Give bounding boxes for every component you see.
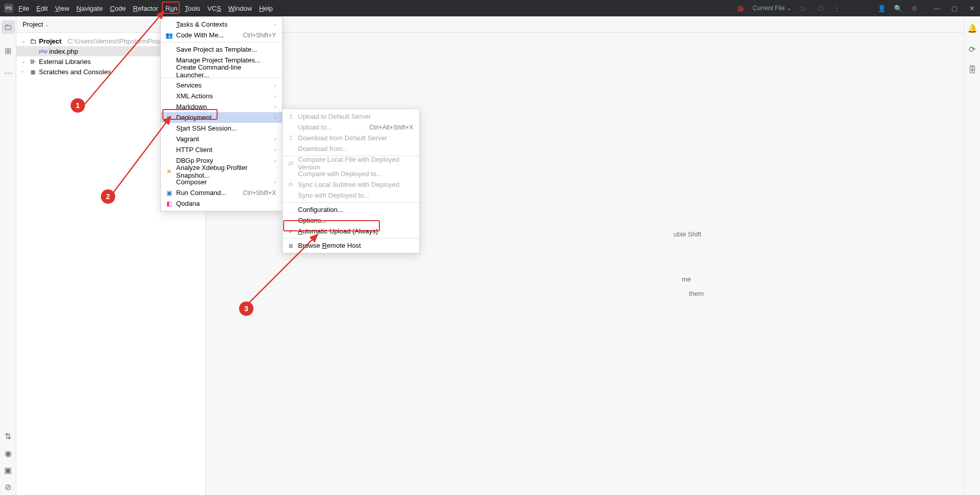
project-panel-title: Project [23, 20, 43, 28]
right-tool-gutter: 🔔 ⟳ 🗄 [964, 16, 980, 495]
structure-tool-icon[interactable]: ⊞ [5, 46, 11, 56]
more-tool-icon[interactable]: ⋯ [4, 68, 12, 78]
menu-item-options[interactable]: Options... [283, 215, 419, 226]
menu-vcs[interactable]: VCS [207, 5, 221, 12]
ai-icon[interactable]: ⟳ [969, 45, 975, 54]
bug-icon[interactable]: 🐞 [736, 4, 744, 12]
menu-help[interactable]: Help [259, 5, 273, 12]
tree-file-label: index.php [49, 48, 78, 55]
menu-item-download-default: ↧Download from Default Server [283, 133, 419, 143]
menu-item-sync-local: ⟳Sync Local Subtree with Deployed [283, 179, 419, 190]
menu-item-configuration[interactable]: Configuration... [283, 204, 419, 215]
tree-project-path: C:\Users\Vemest\PhpstormProjects\ [68, 37, 174, 45]
menu-edit[interactable]: Edit [36, 5, 48, 12]
annotation-2: 2 [101, 189, 115, 204]
main-menubar: PS File Edit View Navigate Code Refactor… [0, 0, 980, 16]
menu-refactor[interactable]: Refactor [133, 5, 158, 12]
maximize-icon[interactable]: ▢ [950, 4, 958, 12]
menu-item-compare-with: Compare with Deployed to... [283, 168, 419, 179]
menu-item-download-from: Download from... [283, 143, 419, 154]
menu-item-run-command[interactable]: ▣Run Command...Ctrl+Shift+X [161, 187, 282, 198]
menu-item-qodana[interactable]: ◧Qodana [161, 198, 282, 209]
menu-item-tasks[interactable]: Tasks & Contexts› [161, 19, 282, 30]
menu-item-cmdline-launcher[interactable]: Create Command-line Launcher... [161, 66, 282, 76]
menubar-items: File Edit View Navigate Code Refactor Ru… [18, 5, 273, 12]
menu-item-sync-with: Sync with Deployed to... [283, 190, 419, 201]
close-icon[interactable]: ✕ [968, 4, 976, 12]
editor-area: uble Shift me them [206, 33, 964, 495]
annotation-1: 1 [71, 98, 85, 113]
project-tool-button[interactable]: 🗀 [2, 20, 15, 34]
notifications-icon[interactable]: 🔔 [967, 24, 977, 33]
menu-item-services[interactable]: Services› [161, 80, 282, 91]
debug-icon[interactable]: ⬠ [816, 4, 824, 12]
annotation-3: 3 [239, 302, 253, 316]
menu-item-upload-to: Upload to...Ctrl+Alt+Shift+X [283, 122, 419, 133]
more-icon[interactable]: ⋮ [833, 4, 841, 12]
menu-item-auto-upload[interactable]: ✓Automatic Upload (Always) [283, 226, 419, 236]
menu-window[interactable]: Window [228, 5, 252, 12]
editor-hints: uble Shift me them [466, 227, 704, 301]
menu-item-xml[interactable]: XML Actions› [161, 91, 282, 101]
menubar-right: 🐞 Current File ⌄ ▷ ⬠ ⋮ 👤 🔍 ⚙ — ▢ ✕ [736, 4, 976, 12]
menu-item-save-template[interactable]: Save Project as Template... [161, 44, 282, 55]
left-tool-gutter: 🗀 ⊞ ⋯ ⇅ ◉ ▣ ⊘ [0, 16, 16, 495]
tree-project-name: Project [39, 37, 61, 45]
menu-item-deployment[interactable]: ≣Deployment› [161, 112, 282, 123]
menu-view[interactable]: View [55, 5, 69, 12]
database-icon[interactable]: 🗄 [968, 66, 976, 75]
menu-code[interactable]: Code [110, 5, 126, 12]
tools-menu: Tasks & Contexts› 👥Code With Me...Ctrl+S… [160, 16, 283, 211]
menu-item-browse-remote[interactable]: ≣Browse Remote Host [283, 240, 419, 251]
chevron-down-icon: ⌄ [45, 22, 49, 27]
problems-icon[interactable]: ⊘ [5, 482, 11, 492]
run-icon[interactable]: ▷ [800, 4, 808, 12]
menu-item-vagrant[interactable]: Vagrant› [161, 134, 282, 144]
deployment-submenu: ↥Upload to Default Server Upload to...Ct… [282, 109, 420, 253]
menu-item-markdown[interactable]: Markdown› [161, 101, 282, 112]
app-icon: PS [4, 4, 13, 13]
sort-icon[interactable]: ⇅ [5, 432, 11, 441]
menu-tools[interactable]: Tools [185, 5, 200, 12]
minimize-icon[interactable]: — [933, 4, 941, 12]
menu-navigate[interactable]: Navigate [76, 5, 102, 12]
project-panel-header[interactable]: Project ⌄ [16, 16, 964, 33]
menu-file[interactable]: File [18, 5, 29, 12]
settings-icon[interactable]: ⚙ [910, 4, 919, 12]
menu-item-xdebug[interactable]: ✕Analyze Xdebug Profiler Snapshot... [161, 166, 282, 177]
menu-item-http-client[interactable]: HTTP Client› [161, 144, 282, 155]
menu-item-codewithme[interactable]: 👥Code With Me...Ctrl+Shift+Y [161, 30, 282, 40]
search-icon[interactable]: 🔍 [894, 4, 902, 12]
menu-item-compare-local: ⇄Compare Local File with Deployed Versio… [283, 158, 419, 168]
account-icon[interactable]: 👤 [878, 4, 886, 12]
menu-item-ssh[interactable]: Start SSH Session... [161, 123, 282, 134]
menu-run[interactable]: Run [165, 5, 178, 12]
run-config-selector[interactable]: Current File ⌄ [753, 5, 792, 12]
terminal-icon[interactable]: ▣ [4, 465, 12, 475]
services-icon[interactable]: ◉ [5, 448, 12, 458]
menu-item-upload-default: ↥Upload to Default Server [283, 111, 419, 122]
